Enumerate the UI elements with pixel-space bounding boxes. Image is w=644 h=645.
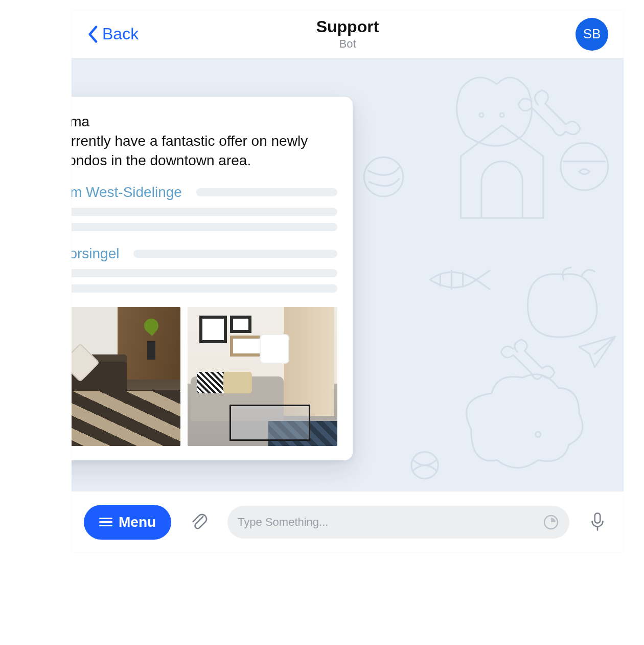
- clock-icon[interactable]: [543, 514, 559, 530]
- chat-title: Support: [316, 17, 379, 36]
- avatar[interactable]: SB: [576, 18, 608, 51]
- message-body: We currently have a fantastic offer on n…: [72, 133, 308, 168]
- attach-button[interactable]: [186, 507, 213, 537]
- chat-window: Back Support Bot SB: [72, 10, 624, 552]
- listing-item[interactable]: 2 Spoorsingel: [72, 246, 337, 293]
- listing-name-link[interactable]: Room West-Sidelinge: [72, 184, 182, 201]
- bot-message-card: Hi Emma We currently have a fantastic of…: [72, 97, 353, 460]
- skeleton-placeholder: [72, 208, 337, 216]
- svg-point-4: [536, 432, 541, 437]
- skeleton-placeholder: [196, 188, 337, 196]
- message-greeting: Hi Emma: [72, 114, 89, 129]
- composer-bar: Menu: [72, 491, 624, 552]
- paperclip-icon: [189, 510, 210, 532]
- svg-point-0: [479, 113, 484, 117]
- message-input-wrapper[interactable]: [227, 506, 569, 539]
- skeleton-placeholder: [72, 269, 337, 277]
- message-input[interactable]: [238, 516, 543, 529]
- menu-label: Menu: [119, 514, 156, 530]
- menu-button[interactable]: Menu: [84, 505, 171, 540]
- svg-point-2: [561, 143, 608, 190]
- skeleton-placeholder: [72, 223, 337, 231]
- listing-photo[interactable]: [72, 307, 180, 446]
- message-text: Hi Emma We currently have a fantastic of…: [72, 112, 337, 170]
- voice-button[interactable]: [584, 507, 611, 537]
- listing-photo[interactable]: [188, 307, 337, 446]
- listing-name-link[interactable]: Spoorsingel: [72, 246, 119, 262]
- header-title-block: Support Bot: [316, 17, 379, 51]
- hamburger-icon: [99, 518, 112, 527]
- listing-item[interactable]: 1 Room West-Sidelinge: [72, 184, 337, 231]
- back-button[interactable]: Back: [87, 25, 139, 43]
- chat-body: Hi Emma We currently have a fantastic of…: [72, 58, 624, 491]
- microphone-icon: [587, 510, 608, 532]
- chat-subtitle: Bot: [316, 37, 379, 51]
- skeleton-placeholder: [133, 250, 337, 258]
- back-label: Back: [102, 25, 139, 43]
- chat-header: Back Support Bot SB: [72, 10, 624, 58]
- svg-point-1: [500, 113, 504, 117]
- chevron-left-icon: [87, 25, 98, 43]
- svg-point-3: [364, 157, 403, 196]
- svg-rect-7: [595, 513, 601, 523]
- skeleton-placeholder: [72, 284, 337, 293]
- listing-photos: [72, 307, 337, 446]
